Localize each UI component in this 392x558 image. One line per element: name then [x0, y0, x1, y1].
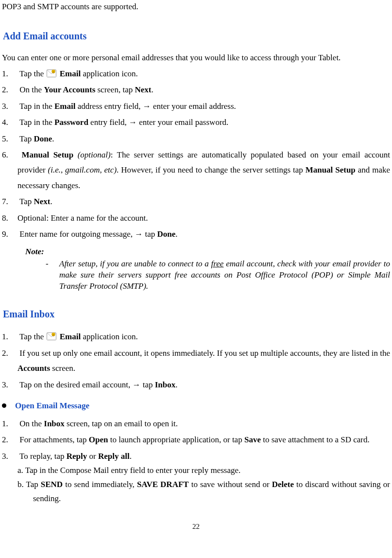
note-block: Note: -After setup, if you are unable to…	[25, 245, 390, 293]
step: To replay, tap Reply or Reply all. a. Ta…	[2, 449, 390, 506]
email-icon	[47, 70, 56, 77]
step: On the Your Accounts screen, tap Next.	[2, 82, 390, 97]
step: Tap in the Email address entry field, → …	[2, 99, 390, 114]
note-label: Note:	[25, 245, 390, 259]
step: Manual Setup (optional): The server sett…	[2, 147, 390, 193]
step: If you set up only one email account, it…	[2, 346, 390, 376]
step: Enter name for outgoing message, → tap D…	[2, 227, 390, 242]
section-add-email-accounts: Add Email accounts	[3, 28, 390, 44]
intro-text: POP3 and SMTP accounts are supported.	[2, 0, 390, 14]
step: On the Inbox screen, tap on an email to …	[2, 416, 390, 431]
section-email-inbox: Email Inbox	[3, 306, 390, 322]
section1-steps: Tap the Email application icon. On the Y…	[2, 66, 390, 242]
substep-b: b. Tap SEND to send immediately, SAVE DR…	[33, 478, 390, 506]
step: Tap on the desired email account, → tap …	[2, 377, 390, 392]
note-body: -After setup, if you are unable to conne…	[59, 259, 390, 292]
page-number: 22	[2, 521, 390, 533]
section1-intro: You can enter one or more personal email…	[2, 51, 390, 65]
section2-steps: Tap the Email application icon. If you s…	[2, 329, 390, 392]
step: Tap the Email application icon.	[2, 329, 390, 344]
step: For attachments, tap Open to launch appr…	[2, 432, 390, 447]
step: Tap the Email application icon.	[2, 66, 390, 81]
step: Optional: Enter a name for the account.	[2, 210, 390, 226]
email-icon	[47, 332, 56, 340]
open-email-steps: On the Inbox screen, tap on an email to …	[2, 416, 390, 506]
step: Tap in the Password entry field, → enter…	[2, 115, 390, 130]
step: Tap Done.	[2, 131, 390, 146]
step: Tap Next.	[2, 194, 390, 209]
substep-a: a. Tap in the Compose Mail entry field t…	[33, 464, 390, 478]
open-email-message-heading: Open Email Message	[2, 399, 390, 413]
bullet-icon	[2, 403, 6, 408]
